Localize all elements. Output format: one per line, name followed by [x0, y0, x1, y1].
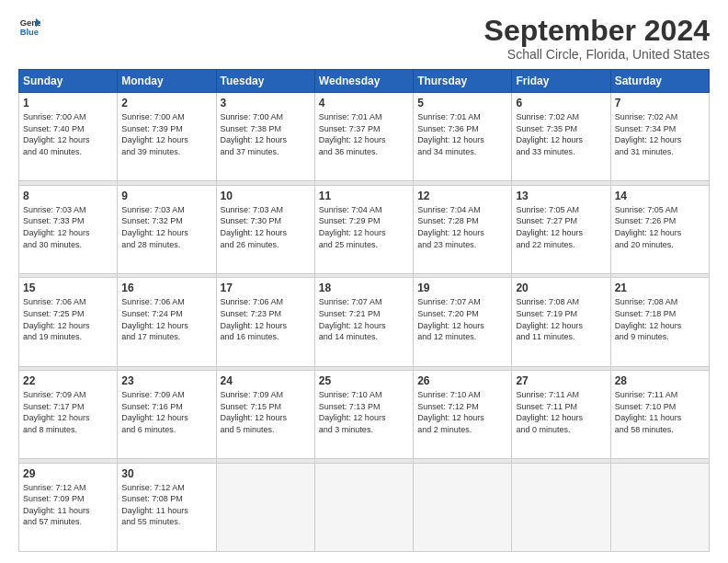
table-row: 18Sunrise: 7:07 AM Sunset: 7:21 PM Dayli… [314, 278, 413, 366]
day-number: 1 [23, 97, 113, 109]
table-row: 11Sunrise: 7:04 AM Sunset: 7:29 PM Dayli… [314, 185, 413, 273]
day-info: Sunrise: 7:01 AM Sunset: 7:37 PM Dayligh… [319, 111, 409, 157]
day-number: 5 [417, 97, 507, 109]
table-row: 20Sunrise: 7:08 AM Sunset: 7:19 PM Dayli… [512, 278, 610, 366]
month-title: September 2024 [484, 15, 710, 47]
day-info: Sunrise: 7:00 AM Sunset: 7:38 PM Dayligh… [221, 111, 311, 157]
day-info: Sunrise: 7:03 AM Sunset: 7:32 PM Dayligh… [121, 204, 211, 250]
day-info: Sunrise: 7:10 AM Sunset: 7:13 PM Dayligh… [319, 389, 409, 435]
day-info: Sunrise: 7:00 AM Sunset: 7:39 PM Dayligh… [121, 111, 211, 157]
table-row: 4Sunrise: 7:01 AM Sunset: 7:37 PM Daylig… [314, 93, 413, 181]
table-row: 24Sunrise: 7:09 AM Sunset: 7:15 PM Dayli… [216, 371, 314, 459]
table-row: 25Sunrise: 7:10 AM Sunset: 7:13 PM Dayli… [314, 371, 413, 459]
svg-text:Blue: Blue [20, 27, 39, 37]
table-row: 30Sunrise: 7:12 AM Sunset: 7:08 PM Dayli… [118, 463, 216, 551]
calendar-week-row: 8Sunrise: 7:03 AM Sunset: 7:33 PM Daylig… [19, 185, 710, 273]
table-row: 7Sunrise: 7:02 AM Sunset: 7:34 PM Daylig… [610, 93, 709, 181]
table-row [414, 463, 512, 551]
day-number: 24 [221, 374, 311, 387]
day-info: Sunrise: 7:09 AM Sunset: 7:16 PM Dayligh… [121, 389, 211, 435]
day-info: Sunrise: 7:06 AM Sunset: 7:23 PM Dayligh… [221, 296, 311, 342]
logo-icon: General Blue [18, 15, 40, 37]
day-number: 21 [615, 282, 705, 294]
day-number: 25 [319, 374, 409, 387]
day-info: Sunrise: 7:03 AM Sunset: 7:33 PM Dayligh… [23, 204, 113, 250]
day-number: 28 [615, 374, 705, 387]
col-monday: Monday [118, 70, 216, 93]
day-number: 13 [516, 190, 606, 202]
table-row: 13Sunrise: 7:05 AM Sunset: 7:27 PM Dayli… [512, 185, 610, 273]
day-info: Sunrise: 7:08 AM Sunset: 7:18 PM Dayligh… [615, 296, 705, 342]
table-row [512, 463, 610, 551]
day-info: Sunrise: 7:01 AM Sunset: 7:36 PM Dayligh… [417, 111, 507, 157]
day-info: Sunrise: 7:12 AM Sunset: 7:09 PM Dayligh… [23, 482, 113, 528]
day-info: Sunrise: 7:11 AM Sunset: 7:11 PM Dayligh… [516, 389, 606, 435]
table-row: 2Sunrise: 7:00 AM Sunset: 7:39 PM Daylig… [118, 93, 216, 181]
day-info: Sunrise: 7:07 AM Sunset: 7:21 PM Dayligh… [319, 296, 409, 342]
day-number: 7 [615, 97, 705, 109]
calendar-week-row: 22Sunrise: 7:09 AM Sunset: 7:17 PM Dayli… [19, 371, 710, 459]
day-number: 19 [417, 282, 507, 294]
day-number: 29 [23, 467, 113, 480]
table-row: 17Sunrise: 7:06 AM Sunset: 7:23 PM Dayli… [216, 278, 314, 366]
day-number: 18 [319, 282, 409, 294]
table-row: 9Sunrise: 7:03 AM Sunset: 7:32 PM Daylig… [118, 185, 216, 273]
day-number: 6 [516, 97, 606, 109]
day-info: Sunrise: 7:09 AM Sunset: 7:15 PM Dayligh… [221, 389, 311, 435]
table-row: 6Sunrise: 7:02 AM Sunset: 7:35 PM Daylig… [512, 93, 610, 181]
col-wednesday: Wednesday [314, 70, 413, 93]
header-row: Sunday Monday Tuesday Wednesday Thursday… [19, 70, 710, 93]
logo: General Blue [18, 15, 40, 37]
day-info: Sunrise: 7:00 AM Sunset: 7:40 PM Dayligh… [23, 111, 113, 157]
day-info: Sunrise: 7:08 AM Sunset: 7:19 PM Dayligh… [516, 296, 606, 342]
calendar-week-row: 1Sunrise: 7:00 AM Sunset: 7:40 PM Daylig… [19, 93, 710, 181]
location: Schall Circle, Florida, United States [484, 47, 710, 62]
day-info: Sunrise: 7:05 AM Sunset: 7:27 PM Dayligh… [516, 204, 606, 250]
day-number: 8 [23, 190, 113, 202]
table-row: 5Sunrise: 7:01 AM Sunset: 7:36 PM Daylig… [414, 93, 512, 181]
day-info: Sunrise: 7:06 AM Sunset: 7:25 PM Dayligh… [23, 296, 113, 342]
calendar: Sunday Monday Tuesday Wednesday Thursday… [18, 69, 710, 552]
day-info: Sunrise: 7:07 AM Sunset: 7:20 PM Dayligh… [417, 296, 507, 342]
table-row: 14Sunrise: 7:05 AM Sunset: 7:26 PM Dayli… [610, 185, 709, 273]
day-number: 12 [417, 190, 507, 202]
calendar-week-row: 15Sunrise: 7:06 AM Sunset: 7:25 PM Dayli… [19, 278, 710, 366]
day-info: Sunrise: 7:11 AM Sunset: 7:10 PM Dayligh… [615, 389, 705, 435]
table-row: 23Sunrise: 7:09 AM Sunset: 7:16 PM Dayli… [118, 371, 216, 459]
day-number: 9 [121, 190, 211, 202]
day-info: Sunrise: 7:02 AM Sunset: 7:35 PM Dayligh… [516, 111, 606, 157]
table-row: 16Sunrise: 7:06 AM Sunset: 7:24 PM Dayli… [118, 278, 216, 366]
table-row: 3Sunrise: 7:00 AM Sunset: 7:38 PM Daylig… [216, 93, 314, 181]
page: General Blue September 2024 Schall Circl… [0, 0, 728, 563]
day-info: Sunrise: 7:09 AM Sunset: 7:17 PM Dayligh… [23, 389, 113, 435]
table-row: 19Sunrise: 7:07 AM Sunset: 7:20 PM Dayli… [414, 278, 512, 366]
table-row: 27Sunrise: 7:11 AM Sunset: 7:11 PM Dayli… [512, 371, 610, 459]
col-saturday: Saturday [610, 70, 709, 93]
table-row: 10Sunrise: 7:03 AM Sunset: 7:30 PM Dayli… [216, 185, 314, 273]
day-number: 3 [221, 97, 311, 109]
table-row: 28Sunrise: 7:11 AM Sunset: 7:10 PM Dayli… [610, 371, 709, 459]
table-row [314, 463, 413, 551]
day-number: 26 [417, 374, 507, 387]
table-row: 12Sunrise: 7:04 AM Sunset: 7:28 PM Dayli… [414, 185, 512, 273]
day-number: 20 [516, 282, 606, 294]
day-number: 10 [221, 190, 311, 202]
day-info: Sunrise: 7:10 AM Sunset: 7:12 PM Dayligh… [417, 389, 507, 435]
day-number: 14 [615, 190, 705, 202]
table-row: 21Sunrise: 7:08 AM Sunset: 7:18 PM Dayli… [610, 278, 709, 366]
col-thursday: Thursday [414, 70, 512, 93]
day-number: 16 [121, 282, 211, 294]
day-info: Sunrise: 7:12 AM Sunset: 7:08 PM Dayligh… [121, 482, 211, 528]
day-number: 4 [319, 97, 409, 109]
table-row: 8Sunrise: 7:03 AM Sunset: 7:33 PM Daylig… [19, 185, 118, 273]
table-row [610, 463, 709, 551]
day-info: Sunrise: 7:02 AM Sunset: 7:34 PM Dayligh… [615, 111, 705, 157]
col-tuesday: Tuesday [216, 70, 314, 93]
day-info: Sunrise: 7:05 AM Sunset: 7:26 PM Dayligh… [615, 204, 705, 250]
col-friday: Friday [512, 70, 610, 93]
day-number: 22 [23, 374, 113, 387]
day-number: 17 [221, 282, 311, 294]
table-row: 22Sunrise: 7:09 AM Sunset: 7:17 PM Dayli… [19, 371, 118, 459]
day-info: Sunrise: 7:03 AM Sunset: 7:30 PM Dayligh… [221, 204, 311, 250]
col-sunday: Sunday [19, 70, 118, 93]
